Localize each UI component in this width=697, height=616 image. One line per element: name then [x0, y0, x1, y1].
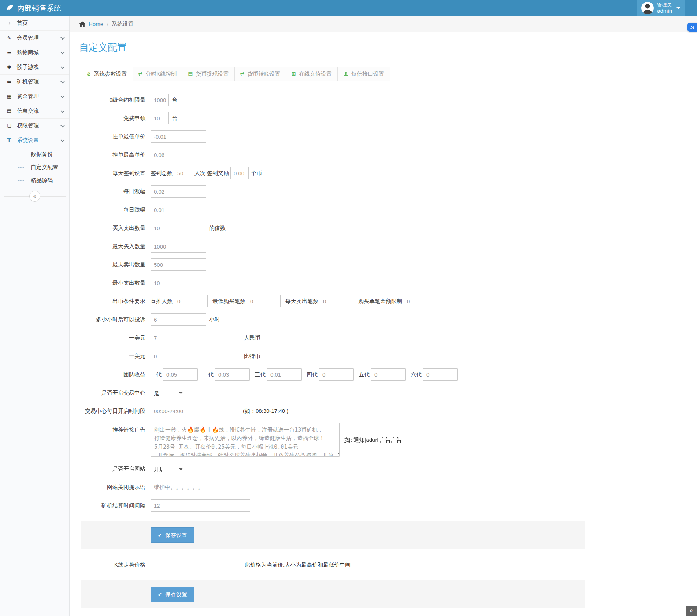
field-label: 多少小时后可以投诉	[81, 316, 151, 323]
signin-reward-input[interactable]	[230, 167, 249, 179]
field-label: 网站关闭提示语	[81, 484, 151, 491]
sidebar-collapse-button[interactable]: «	[29, 191, 40, 202]
gen2-income-input[interactable]	[215, 368, 250, 381]
exchange-icon: ⇄	[240, 71, 245, 76]
tab-transfer-settings[interactable]: ⇄ 货币转账设置	[235, 67, 286, 81]
single-purchase-limit-input[interactable]	[404, 295, 437, 307]
sidebar-subitem-premium-source[interactable]: 精品源码	[0, 174, 69, 187]
customer-service-widget[interactable]: S	[687, 23, 697, 32]
sidebar-item-system-settings[interactable]: T 系统设置	[0, 133, 69, 148]
site-open-select[interactable]: 开启	[151, 463, 184, 475]
save-settings-button[interactable]: ✔ 保存设置	[151, 527, 194, 543]
gen6-income-input[interactable]	[423, 368, 458, 381]
field-label: 0级合约机限量	[81, 97, 151, 104]
trade-hours-hint: (如：08:30-17:40 )	[243, 408, 288, 415]
sidebar-item-home[interactable]: ◔ 首页	[0, 16, 69, 31]
ad-link-textarea[interactable]: 刚出一秒，火🔥爆🔥上🔥线，MHC养生链，注册就送一台13币矿机， 打造健康养生理…	[151, 423, 340, 457]
daily-sells-input[interactable]	[320, 295, 353, 307]
sidebar-item-funds[interactable]: ▦ 资金管理	[0, 89, 69, 104]
field-label: 每日涨幅	[81, 188, 151, 195]
breadcrumb-separator: ›	[107, 21, 108, 27]
gen3-income-input[interactable]	[267, 368, 302, 381]
trade-center-select[interactable]: 是	[151, 387, 184, 399]
tab-kline-control[interactable]: ⇄ 分时K线控制	[133, 67, 183, 81]
contract-limit-input[interactable]	[151, 94, 169, 106]
field-label: 交易中心每日开启时间段	[81, 408, 151, 415]
sidebar-item-dice-game[interactable]: ✱ 骰子游戏	[0, 60, 69, 75]
tab-recharge-settings[interactable]: ⊞ 在线充值设置	[286, 67, 338, 81]
back-to-top-button[interactable]: «	[686, 606, 697, 616]
free-claim-input[interactable]	[151, 112, 169, 124]
direct-referrals-input[interactable]	[174, 295, 208, 307]
field-label: 最大卖出数量	[81, 261, 151, 268]
site-closed-msg-input[interactable]	[151, 481, 250, 493]
user-name: admin	[657, 8, 672, 14]
gen5-income-input[interactable]	[371, 368, 406, 381]
daily-fall-input[interactable]	[151, 204, 206, 216]
min-purchases-input[interactable]	[247, 295, 281, 307]
kline-price-input[interactable]	[151, 559, 241, 571]
complaint-hours-input[interactable]	[151, 313, 206, 326]
content-area: Home › 系统设置 自定义配置 ⚙ 系统参数设置 ⇄ 分时K线控制 ▤ 货币…	[70, 16, 697, 616]
sidebar-item-mall[interactable]: ☰ 购物商城	[0, 45, 69, 60]
angle-double-up-icon: «	[689, 609, 694, 613]
max-buy-input[interactable]	[151, 240, 206, 253]
signin-total-input[interactable]	[174, 167, 192, 179]
usd-cny-input[interactable]	[151, 332, 241, 344]
chevron-down-icon	[60, 108, 64, 112]
field-label: 最大买入数量	[81, 243, 151, 250]
user-icon	[343, 71, 348, 76]
daily-rise-input[interactable]	[151, 185, 206, 198]
min-order-price-input[interactable]	[151, 130, 206, 143]
min-sell-input[interactable]	[151, 277, 206, 289]
home-icon	[79, 21, 85, 27]
top-navbar: 内部销售系统 管理员 admin	[0, 0, 697, 16]
tab-sms-settings[interactable]: 短信接口设置	[338, 67, 390, 81]
chevron-down-icon	[60, 35, 64, 39]
system-params-panel: 0级合约机限量 台 免费申领 台 挂单最低单价 挂单最高单价 每天签到设置 签到…	[81, 81, 585, 616]
app-logo[interactable]: 内部销售系统	[0, 0, 70, 16]
user-menu[interactable]: 管理员 admin	[637, 0, 685, 16]
miner-interval-input[interactable]	[151, 499, 250, 512]
check-icon: ✔	[158, 533, 162, 538]
sidebar-item-members[interactable]: ✎ 会员管理	[0, 31, 69, 45]
usd-btc-input[interactable]	[151, 350, 241, 362]
plus-square-icon: ⊞	[292, 71, 296, 76]
check-icon: ✔	[158, 592, 162, 597]
field-label: 买入卖出数量	[81, 225, 151, 232]
settings-tabs: ⚙ 系统参数设置 ⇄ 分时K线控制 ▤ 货币提现设置 ⇄ 货币转账设置 ⊞ 在线…	[81, 67, 697, 81]
chevron-down-icon	[60, 50, 64, 54]
sidebar-subitem-custom-config[interactable]: 自定义配置	[0, 161, 69, 174]
breadcrumb: Home › 系统设置	[70, 16, 697, 32]
edit-icon: ✎	[6, 35, 12, 41]
dashboard-icon: ◔	[6, 20, 12, 26]
page-title: 自定义配置	[79, 41, 687, 54]
max-sell-input[interactable]	[151, 258, 206, 271]
sidebar-item-miners[interactable]: ⇆ 矿机管理	[0, 75, 69, 89]
chevron-down-icon	[60, 138, 64, 142]
kline-price-hint: 此价格为当前价,大小为最高价和最低价中间	[245, 561, 351, 568]
calendar-icon: ▦	[6, 94, 12, 99]
max-order-price-input[interactable]	[151, 149, 206, 161]
asterisk-icon: ✱	[6, 64, 12, 70]
breadcrumb-home-link[interactable]: Home	[89, 21, 103, 27]
title-divider	[79, 60, 687, 60]
ad-link-hint: (如: 通知[adurl]广告广告	[343, 437, 402, 444]
tab-withdraw-settings[interactable]: ▤ 货币提现设置	[182, 67, 234, 81]
shuffle-icon: ⇆	[6, 79, 12, 85]
field-label: 一美元	[81, 353, 151, 360]
chevron-down-icon	[60, 64, 64, 68]
trade-multiple-input[interactable]	[151, 222, 206, 234]
gen1-income-input[interactable]	[163, 368, 198, 381]
gen4-income-input[interactable]	[319, 368, 354, 381]
field-label: 推荐链接广告	[81, 423, 151, 433]
sidebar-item-permissions[interactable]: ❏ 权限管理	[0, 119, 69, 133]
sidebar-item-messages[interactable]: ▤ 信息交流	[0, 104, 69, 119]
trade-hours-input[interactable]	[151, 405, 239, 417]
save-kline-settings-button[interactable]: ✔ 保存设置	[151, 587, 194, 602]
tab-system-params[interactable]: ⚙ 系统参数设置	[81, 67, 133, 81]
form-footer: ✔ 保存设置	[81, 521, 585, 549]
list-alt-icon: ▤	[6, 108, 12, 114]
sidebar-subitem-data-backup[interactable]: 数据备份	[0, 148, 69, 161]
caret-down-icon	[676, 7, 680, 9]
